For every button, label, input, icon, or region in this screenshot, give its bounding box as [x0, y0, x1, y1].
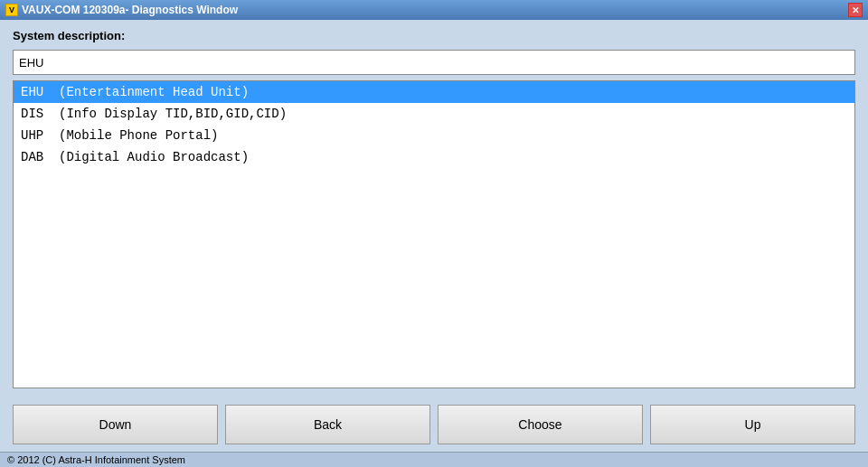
status-text: © 2012 (C) Astra-H Infotainment System	[7, 454, 185, 465]
down-button[interactable]: Down	[13, 405, 218, 444]
list-item[interactable]: EHU (Entertainment Head Unit)	[14, 81, 854, 103]
list-item[interactable]: DIS (Info Display TID,BID,GID,CID)	[14, 103, 854, 125]
content-area: System description: EHU (Entertainment H…	[0, 20, 868, 397]
system-description-input[interactable]	[13, 50, 855, 75]
window-icon: V	[5, 4, 18, 16]
list-item[interactable]: UHP (Mobile Phone Portal)	[14, 125, 854, 146]
main-window: V VAUX-COM 120309a- Diagnostics Window ✕…	[0, 0, 868, 467]
close-button[interactable]: ✕	[848, 3, 863, 17]
list-item[interactable]: DAB (Digital Audio Broadcast)	[14, 146, 854, 168]
choose-button[interactable]: Choose	[438, 405, 643, 444]
back-button[interactable]: Back	[225, 405, 430, 444]
window-title: VAUX-COM 120309a- Diagnostics Window	[22, 4, 238, 16]
title-bar: V VAUX-COM 120309a- Diagnostics Window ✕	[0, 0, 868, 20]
status-bar: © 2012 (C) Astra-H Infotainment System	[0, 452, 868, 467]
system-description-label: System description:	[13, 29, 855, 42]
title-bar-left: V VAUX-COM 120309a- Diagnostics Window	[5, 4, 238, 16]
up-button[interactable]: Up	[650, 405, 855, 444]
items-list[interactable]: EHU (Entertainment Head Unit)DIS (Info D…	[13, 80, 855, 388]
footer-buttons: Down Back Choose Up	[0, 397, 868, 452]
